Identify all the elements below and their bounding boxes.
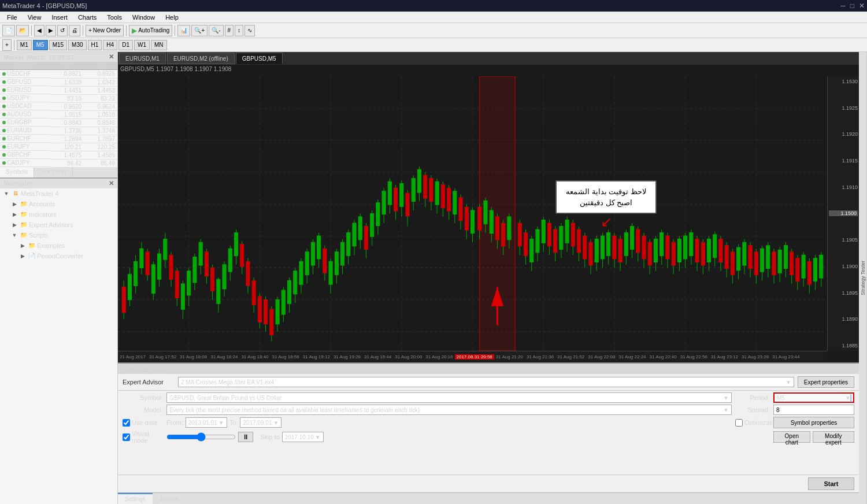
grid-button[interactable]: # xyxy=(225,25,234,36)
market-watch-row[interactable]: GBPUSD 1.6339 1.6342 xyxy=(0,78,117,86)
period-h1[interactable]: H1 xyxy=(88,40,102,50)
close-button[interactable]: ✕ xyxy=(859,2,865,10)
expert-dropdown[interactable]: 2 MA Crosses Mega filter EA V1.ex4 ▼ xyxy=(178,377,794,387)
market-watch-row[interactable]: EURJPY 120.21 120.25 xyxy=(0,143,117,151)
print-button[interactable]: 🖨 xyxy=(69,25,80,36)
modify-expert-button[interactable]: Modify expert xyxy=(813,431,854,443)
zoom-in-button[interactable]: 🔍+ xyxy=(191,25,208,36)
back-button[interactable]: ◀ xyxy=(34,25,45,36)
spread-input[interactable] xyxy=(773,405,854,415)
market-watch-row[interactable]: EURUSD 1.4451 1.4453 xyxy=(0,86,117,94)
nav-label: Scripts xyxy=(29,232,49,239)
period-w1[interactable]: W1 xyxy=(134,40,150,50)
expert-properties-button[interactable]: Expert properties xyxy=(798,376,854,388)
visual-pause-button[interactable]: ⏸ xyxy=(238,432,253,442)
nav-item-expert-advisors[interactable]: ▶ 📁 Expert Advisors xyxy=(0,220,117,230)
skip-to-picker[interactable]: 2017.10.10 ▼ xyxy=(282,432,324,442)
market-watch-close[interactable]: ✕ xyxy=(109,53,114,61)
period-m5[interactable]: M5 xyxy=(33,40,48,50)
chart-tools-button[interactable]: 📊 xyxy=(177,25,190,36)
nav-item-indicators[interactable]: ▶ 📁 Indicators xyxy=(0,209,117,220)
new-order-button[interactable]: + New Order xyxy=(86,25,124,36)
market-watch-row[interactable]: GBPCHF 1.4575 1.4585 xyxy=(0,151,117,159)
period-m1[interactable]: M1 xyxy=(17,40,32,50)
svg-rect-133 xyxy=(459,198,462,221)
svg-rect-173 xyxy=(583,236,587,259)
nav-item-accounts[interactable]: ▶ 📁 Accounts xyxy=(0,199,117,209)
menu-window[interactable]: Window xyxy=(128,13,160,22)
maximize-button[interactable]: □ xyxy=(850,2,854,10)
symbol-dropdown[interactable]: GBPUSD, Great Britain Pound vs US Dollar… xyxy=(166,392,732,403)
visual-mode-checkbox[interactable] xyxy=(123,433,130,441)
start-button[interactable]: Start xyxy=(808,477,854,490)
minimize-button[interactable]: ─ xyxy=(840,2,846,10)
forward-button[interactable]: ▶ xyxy=(46,25,56,36)
zoom-out-button[interactable]: 🔍- xyxy=(209,25,223,36)
refresh-button[interactable]: ↺ xyxy=(57,25,68,36)
market-watch-row[interactable]: EURAUD 1.3736 1.3748 xyxy=(0,127,117,135)
tab-settings[interactable]: Settings xyxy=(118,493,153,505)
autotrading-toggle[interactable]: ▶ AutoTrading xyxy=(129,25,172,36)
model-dropdown[interactable]: Every tick (the most precise method base… xyxy=(166,405,732,415)
use-date-checkbox[interactable] xyxy=(123,419,130,427)
nav-item-scripts[interactable]: ▼ 📁 Scripts xyxy=(0,230,117,240)
market-watch-row[interactable]: CADJPY 86.42 86.49 xyxy=(0,159,117,167)
chart-tab-eurusd-m1[interactable]: EURUSD,M1 xyxy=(119,53,166,64)
market-watch-row[interactable]: USDCAD 0.9620 0.9624 xyxy=(0,102,117,110)
svg-rect-251 xyxy=(813,258,817,281)
menu-insert[interactable]: Insert xyxy=(47,13,72,22)
navigator-close[interactable]: ✕ xyxy=(109,180,114,187)
menu-file[interactable]: File xyxy=(2,13,22,22)
svg-rect-121 xyxy=(424,175,427,198)
strategy-tester-panel: Strategy Tester Expert Advisor 2 MA Cros… xyxy=(118,362,859,504)
period-m30[interactable]: M30 xyxy=(68,40,86,50)
menu-tools[interactable]: Tools xyxy=(102,13,127,22)
visual-speed-slider[interactable] xyxy=(166,433,236,441)
vol-button[interactable]: ↕ xyxy=(235,25,243,36)
nav-item-periodconverter[interactable]: ▶ 📄 PeriodConverter xyxy=(0,251,117,261)
side-panel-toggle[interactable]: Strategy Tester xyxy=(859,52,867,504)
ts-12: 2017.08.31 20:58 xyxy=(455,354,494,360)
market-watch-row[interactable]: USDJPY 83.19 83.22 xyxy=(0,94,117,102)
period-h4[interactable]: H4 xyxy=(103,40,117,50)
market-watch-row[interactable]: USDCHF 0.8921 0.8925 xyxy=(0,70,117,79)
chart-tab-gbpusd-m5[interactable]: GBPUSD,M5 xyxy=(236,53,283,64)
indicator-button[interactable]: ∿ xyxy=(244,25,255,36)
price-6: 1.1500 xyxy=(829,210,858,216)
period-dropdown[interactable]: M5 | ▼ xyxy=(773,392,854,403)
market-watch-header: Market Watch: 16:24:53 ✕ xyxy=(0,52,117,62)
open-chart-button[interactable]: Open chart xyxy=(773,431,810,443)
market-watch-row[interactable]: EURGBP 0.8843 0.8846 xyxy=(0,118,117,127)
menu-help[interactable]: Help xyxy=(161,13,183,22)
optimization-checkbox[interactable] xyxy=(735,419,743,427)
svg-rect-89 xyxy=(329,261,332,284)
period-toolbar: + M1 M5 M15 M30 H1 H4 D1 W1 MN xyxy=(0,38,867,52)
to-date-picker[interactable]: 2017.09.01 ▼ xyxy=(240,417,281,428)
period-d1[interactable]: D1 xyxy=(118,40,133,50)
mw-bid: 0.8921 xyxy=(50,70,84,79)
new-order-icon: + xyxy=(88,27,92,34)
crosshair-button[interactable]: + xyxy=(2,39,12,51)
period-m15[interactable]: M15 xyxy=(49,40,67,50)
mw-symbol: USDJPY xyxy=(0,94,50,102)
new-chart-button[interactable]: 📄 xyxy=(2,25,15,36)
chart-tab-eurusd-m2[interactable]: EURUSD,M2 (offline) xyxy=(167,53,235,64)
svg-rect-59 xyxy=(240,244,244,267)
symbol-properties-button[interactable]: Symbol properties xyxy=(773,417,854,428)
market-watch-row[interactable]: AUDUSD 1.0515 1.0518 xyxy=(0,110,117,118)
tab-journal[interactable]: Journal xyxy=(153,493,186,505)
svg-rect-125 xyxy=(435,181,439,205)
nav-item-metatrader-4[interactable]: ▼ 🖥 MetaTrader 4 xyxy=(0,188,117,199)
open-button[interactable]: 📂 xyxy=(16,25,29,36)
period-mn[interactable]: MN xyxy=(151,40,167,50)
time-scale: 21 Aug 2017 31 Aug 17:52 31 Aug 18:08 31… xyxy=(118,351,827,362)
market-watch-row[interactable]: EURCHF 1.2894 1.2897 xyxy=(0,135,117,143)
tab-tick-chart[interactable]: Tick Chart xyxy=(34,168,72,177)
nav-item-examples[interactable]: ▶ 📁 Examples xyxy=(0,240,117,251)
menu-charts[interactable]: Charts xyxy=(73,13,101,22)
tab-symbols[interactable]: Symbols xyxy=(0,168,34,177)
menu-view[interactable]: View xyxy=(23,13,46,22)
ts-22: 31 Aug 23:44 xyxy=(770,354,801,360)
from-date-picker[interactable]: 2013.01.01 ▼ xyxy=(186,417,227,428)
svg-rect-253 xyxy=(820,255,823,278)
